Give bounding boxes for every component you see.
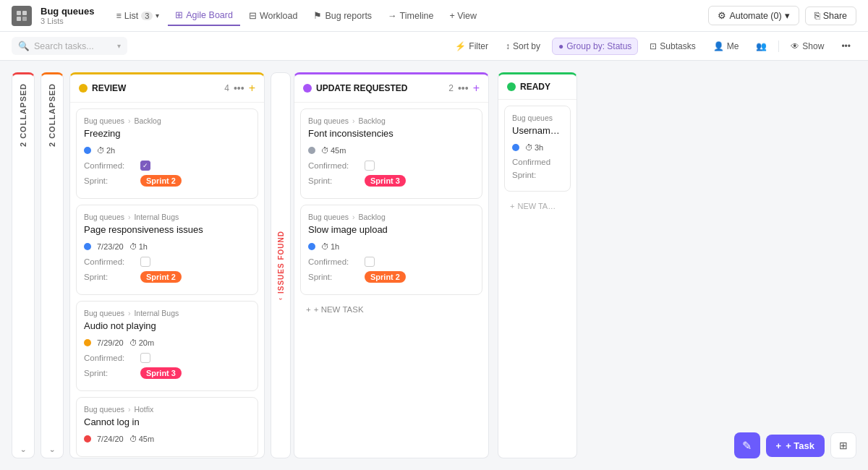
task-name-responsiveness: Page responsiveness issues <box>84 224 250 236</box>
sprint-badge-2[interactable]: Sprint 2 <box>140 271 182 283</box>
update-new-task-button[interactable]: + + NEW TASK <box>300 301 482 318</box>
bug-reports-icon: ⚑ <box>313 10 322 21</box>
ready-new-task-button[interactable]: + NEW TA… <box>504 197 571 215</box>
sprint-field: Sprint: Sprint 2 <box>84 175 250 187</box>
sprint-badge[interactable]: Sprint 2 <box>140 175 182 187</box>
priority-yellow <box>84 339 91 346</box>
issues-label: ISSUES FOUND <box>277 231 285 294</box>
task-time-img: ⏱ 1h <box>321 242 339 251</box>
share-label: Share <box>823 11 847 21</box>
svg-rect-1 <box>22 11 27 15</box>
update-more-button[interactable]: ••• <box>458 82 469 94</box>
breadcrumb-sub-3: Internal Bugs <box>134 309 179 317</box>
sort-button[interactable]: ↕ Sort by <box>500 38 546 54</box>
subtasks-icon: ⊡ <box>650 41 657 51</box>
task-breadcrumb-img: Bug queues › Backlog <box>308 213 475 221</box>
breadcrumb-sub-2: Internal Bugs <box>134 213 179 221</box>
task-name-font: Font inconsistencies <box>308 128 475 140</box>
sprint-label-3: Sprint: <box>84 369 136 377</box>
update-requested-header: UPDATE REQUESTED 2 ••• + <box>294 74 488 103</box>
task-card-page-responsiveness[interactable]: Bug queues › Internal Bugs Page responsi… <box>76 205 258 295</box>
filter-button[interactable]: ⚡ Filter <box>449 38 494 54</box>
task-time-font: ⏱ 45m <box>321 146 346 155</box>
share-button[interactable]: ⎘ Share <box>805 7 856 25</box>
review-more-button[interactable]: ••• <box>234 82 244 94</box>
list-badge: 3 <box>141 12 153 20</box>
toolbar: 🔍 Search tasks... ▾ ⚡ Filter ↕ Sort by ●… <box>0 32 868 61</box>
in-progress-collapsed-label: 2 COLLAPSED <box>48 83 56 147</box>
breadcrumb-root-img: Bug queues <box>308 213 349 221</box>
grid-icon: ⊞ <box>839 440 848 451</box>
task-card-cannot-login[interactable]: Bug queues › Hotfix Cannot log in 7/24/2… <box>76 397 258 457</box>
issues-found-sidebar[interactable]: ISSUES FOUND › <box>271 72 291 458</box>
automate-button[interactable]: ⚙ Automate (0) ▾ <box>708 6 799 25</box>
toolbar-right: ⚡ Filter ↕ Sort by ● Group by: Status ⊡ … <box>449 38 856 55</box>
task-card-username[interactable]: Bug queues Usernam… ⏱ 3h Confirmed Sprin… <box>504 106 571 192</box>
task-name-img: Slow image upload <box>308 224 475 236</box>
sprint-field-img: Sprint: Sprint 2 <box>308 271 475 283</box>
fab-grid-button[interactable]: ⊞ <box>830 432 856 458</box>
confirmed-field-img: Confirmed: <box>308 257 475 267</box>
task-card-audio[interactable]: Bug queues › Internal Bugs Audio not pla… <box>76 301 258 391</box>
task-card-font[interactable]: Bug queues › Backlog Font inconsistencie… <box>300 108 482 199</box>
breadcrumb-root-2: Bug queues <box>84 213 124 221</box>
nav-agile-label: Agile Board <box>186 10 233 20</box>
nav-bug-reports[interactable]: ⚑ Bug reports <box>306 6 379 25</box>
confirmed-label-3: Confirmed: <box>84 354 136 362</box>
nav-timeline[interactable]: → Timeline <box>380 7 441 25</box>
breadcrumb-sub-img: Backlog <box>358 213 385 221</box>
confirmed-label: Confirmed: <box>84 161 136 170</box>
review-count: 4 <box>224 83 229 93</box>
task-time-2: ⏱ 1h <box>129 242 148 251</box>
sprint-field-u: Sprint: <box>512 171 563 179</box>
workload-icon: ⊟ <box>249 10 257 21</box>
confirmed-checkbox-img[interactable] <box>365 257 375 267</box>
more-button[interactable]: ••• <box>835 38 856 54</box>
nav-add-view[interactable]: + View <box>442 7 484 25</box>
sprint-badge-3[interactable]: Sprint 3 <box>140 367 182 379</box>
priority-red <box>84 435 91 443</box>
show-button[interactable]: 👁 Show <box>785 38 830 54</box>
update-requested-title: UPDATE REQUESTED <box>316 83 444 93</box>
timeline-icon: → <box>388 11 397 21</box>
confirmed-checkbox-2[interactable] <box>140 257 150 267</box>
group-label: Group by: Status <box>566 41 631 51</box>
collapsed-in-progress[interactable]: 2 COLLAPSED › <box>41 72 64 458</box>
confirmed-checkbox-font[interactable] <box>365 161 375 171</box>
clock-icon-u: ⏱ <box>525 143 533 152</box>
sprint-field-font: Sprint: Sprint 3 <box>308 175 475 187</box>
task-time-u: ⏱ 3h <box>525 143 543 152</box>
sprint-badge-font[interactable]: Sprint 3 <box>365 175 406 187</box>
search-box[interactable]: 🔍 Search tasks... ▾ <box>12 37 127 55</box>
nav-agile-board[interactable]: ⊞ Agile Board <box>168 5 240 26</box>
app-icon <box>12 6 32 26</box>
breadcrumb-root-username: Bug queues <box>512 114 553 122</box>
update-add-button[interactable]: + <box>473 82 480 95</box>
sprint-label-2: Sprint: <box>84 273 136 281</box>
fab-add-task-button[interactable]: + + Task <box>766 435 825 457</box>
breadcrumb-sub-4: Hotfix <box>134 405 153 414</box>
task-breadcrumb-4: Bug queues › Hotfix <box>84 405 250 414</box>
automate-chevron: ▾ <box>785 10 790 21</box>
review-add-button[interactable]: + <box>249 82 255 95</box>
fab-task-label: + Task <box>786 440 814 451</box>
ready-indicator <box>507 82 516 91</box>
subtasks-button[interactable]: ⊡ Subtasks <box>644 38 701 54</box>
people-button[interactable]: 👥 <box>750 38 773 54</box>
task-card-image-upload[interactable]: Bug queues › Backlog Slow image upload ⏱… <box>300 205 482 295</box>
confirmed-checkbox[interactable]: ✓ <box>140 161 150 171</box>
group-by-button[interactable]: ● Group by: Status <box>552 38 638 55</box>
nav-list[interactable]: ≡ List 3 ▾ <box>109 7 166 25</box>
nav-workload[interactable]: ⊟ Workload <box>242 6 305 25</box>
collapsed-investigating[interactable]: 2 COLLAPSED › <box>12 72 35 458</box>
task-name-audio: Audio not playing <box>84 320 250 333</box>
task-card-freezing[interactable]: Bug queues › Backlog Freezing ⏱ 2h Confi… <box>76 108 258 199</box>
issues-chevron: › <box>277 298 284 300</box>
me-button[interactable]: 👤 Me <box>707 38 745 54</box>
share-icon: ⎘ <box>814 11 820 21</box>
sprint-badge-img[interactable]: Sprint 2 <box>365 271 406 283</box>
fab-edit-button[interactable]: ✎ <box>734 432 760 458</box>
task-time-audio: ⏱ 20m <box>129 338 154 347</box>
confirmed-checkbox-3[interactable] <box>140 353 150 363</box>
task-meta-font: ⏱ 45m <box>308 146 475 155</box>
